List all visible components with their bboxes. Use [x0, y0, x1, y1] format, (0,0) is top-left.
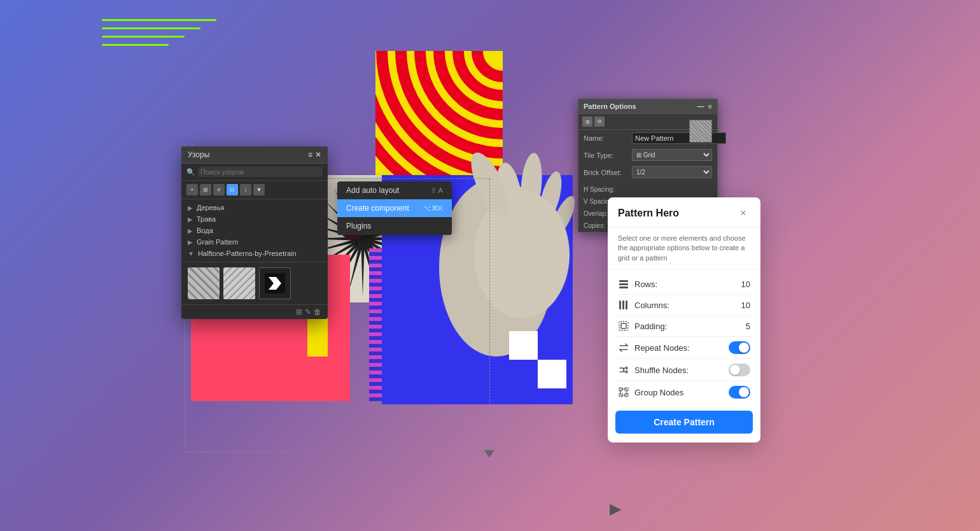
- figma-panel-menu-icon[interactable]: ≡: [308, 150, 312, 159]
- ai-panel-minimize-icon[interactable]: —: [697, 103, 704, 110]
- folder-icon-grass: ▶: [188, 216, 193, 223]
- ai-icon-1[interactable]: ⊞: [582, 117, 592, 127]
- figma-thumb-1[interactable]: [188, 267, 220, 299]
- ai-panel-title-text: Pattern Options: [584, 103, 636, 110]
- figma-tree: ▶ Деревья ▶ Трава ▶ Вода ▶ Grain Pattern…: [181, 199, 328, 262]
- figma-tree-item-water[interactable]: ▶ Вода: [181, 225, 328, 236]
- ph-shuffle-row: Shuffle Nodes:: [608, 359, 760, 381]
- figma-panel-close-icon[interactable]: ✕: [315, 150, 321, 159]
- svg-rect-51: [621, 323, 626, 329]
- ph-group-left: Group Nodes: [618, 386, 683, 398]
- ai-brick-offset-row: Brick Offset: 1/2: [578, 164, 717, 181]
- figma-filter-btn[interactable]: ▼: [253, 184, 265, 195]
- figma-action-delete-icon[interactable]: 🗑: [314, 308, 321, 316]
- ph-rows-value[interactable]: 10: [741, 280, 750, 289]
- shuffle-toggle-knob: [730, 365, 740, 375]
- folder-icon-trees: ▶: [188, 204, 193, 211]
- figma-tree-label-trees: Деревья: [197, 204, 224, 211]
- figma-panel-controls: ≡ ✕: [308, 150, 321, 159]
- svg-rect-45: [619, 280, 628, 282]
- folder-icon-grain: ▶: [188, 239, 193, 246]
- ph-shuffle-label: Shuffle Nodes:: [634, 365, 689, 375]
- figma-tree-item-halftone[interactable]: ▼ Halftone-Patterns-by-Presetrain: [181, 248, 328, 259]
- figma-sort-btn[interactable]: ↕: [240, 184, 251, 195]
- ph-close-button[interactable]: ×: [736, 206, 750, 220]
- ph-padding-row: Padding: 5: [608, 316, 760, 336]
- ai-tile-type-row: Tile Type: ⊞ Grid: [578, 146, 717, 164]
- context-menu-item-create-component[interactable]: Create component ⌥⌘K: [337, 199, 452, 217]
- ph-columns-label: Columns:: [634, 301, 669, 310]
- ph-title: Pattern Hero: [618, 208, 679, 219]
- columns-icon: [618, 299, 629, 311]
- ai-pattern-preview: [689, 120, 712, 143]
- svg-rect-46: [619, 283, 628, 285]
- ph-create-pattern-button[interactable]: Create Pattern: [615, 411, 753, 434]
- context-menu: Add auto layout ⇧ A Create component ⌥⌘K…: [337, 181, 452, 235]
- repeat-toggle-knob: [739, 343, 749, 353]
- figma-tree-item-grass[interactable]: ▶ Трава: [181, 213, 328, 225]
- ph-padding-left: Padding:: [618, 320, 667, 332]
- ph-rows-row: Rows: 10: [608, 274, 760, 294]
- svg-rect-48: [619, 301, 621, 309]
- ai-tile-select[interactable]: ⊞ Grid: [632, 149, 712, 161]
- ph-padding-value[interactable]: 5: [746, 322, 750, 331]
- folder-icon-water: ▶: [188, 227, 193, 234]
- figma-action-edit-icon[interactable]: ✎: [305, 308, 311, 316]
- ai-h-spacing-row: H Spacing:: [578, 183, 717, 195]
- context-menu-item-auto-layout[interactable]: Add auto layout ⇧ A: [337, 181, 452, 199]
- shuffle-icon: [618, 364, 629, 376]
- ph-settings: Rows: 10 Columns: 10: [608, 270, 760, 407]
- repeat-nodes-toggle[interactable]: [729, 341, 750, 354]
- figma-search-input[interactable]: [198, 167, 323, 177]
- ai-panel-controls: — ≡: [697, 103, 712, 110]
- ph-rows-label: Rows:: [634, 280, 657, 289]
- context-menu-item-plugins[interactable]: Plugins: [337, 217, 452, 235]
- svg-rect-49: [622, 301, 624, 309]
- ph-columns-value[interactable]: 10: [741, 301, 750, 310]
- decorative-lines: [102, 19, 216, 46]
- figma-action-grid-icon[interactable]: ⊞: [296, 308, 302, 316]
- ph-rows-left: Rows:: [618, 278, 657, 290]
- figma-thumb-2[interactable]: [223, 267, 255, 299]
- figma-patterns-panel: Узоры ≡ ✕ 🔍 + ⊞ ≡ ⊟ ↕ ▼ ▶ Деревья ▶ Трав…: [181, 146, 328, 319]
- ai-name-label: Name:: [584, 134, 628, 142]
- padding-icon: [618, 320, 629, 332]
- ai-h-spacing-label: H Spacing:: [584, 186, 628, 193]
- figma-thumb-3[interactable]: [259, 267, 291, 299]
- repeat-icon: [618, 342, 629, 353]
- ph-repeat-row: Repeat Nodes:: [608, 337, 760, 358]
- ai-panel-titlebar: Pattern Options — ≡: [578, 99, 717, 114]
- ai-brick-select[interactable]: 1/2: [632, 166, 712, 178]
- figma-tree-label-halftone: Halftone-Patterns-by-Presetrain: [198, 250, 297, 257]
- white-square-1: [509, 331, 538, 360]
- figma-tree-item-trees[interactable]: ▶ Деревья: [181, 202, 328, 213]
- shuffle-nodes-toggle[interactable]: [729, 364, 750, 376]
- figma-thumb-btn[interactable]: ⊟: [227, 184, 238, 195]
- rows-icon: [618, 278, 629, 290]
- ph-columns-left: Columns:: [618, 299, 669, 311]
- pattern-hero-panel: Pattern Hero × Select one or more elemen…: [608, 197, 760, 442]
- ph-padding-label: Padding:: [634, 322, 667, 331]
- green-line-1: [102, 19, 216, 21]
- figma-grid-btn[interactable]: ⊞: [200, 184, 211, 195]
- figma-tree-label-grass: Трава: [197, 215, 216, 223]
- ph-repeat-label: Repeat Nodes:: [634, 343, 690, 353]
- group-nodes-toggle[interactable]: [729, 386, 750, 399]
- context-menu-label-auto-layout: Add auto layout: [346, 186, 399, 195]
- figma-add-btn[interactable]: +: [186, 184, 198, 195]
- ph-description: Select one or more elements and choose t…: [608, 227, 760, 270]
- ph-shuffle-left: Shuffle Nodes:: [618, 364, 689, 376]
- svg-rect-52: [619, 322, 628, 330]
- figma-list-btn[interactable]: ≡: [213, 184, 225, 195]
- ai-panel-expand-icon[interactable]: ≡: [708, 103, 712, 110]
- figma-thumbnails: [181, 262, 328, 304]
- svg-rect-47: [619, 287, 628, 288]
- figma-tree-item-grain[interactable]: ▶ Grain Pattern: [181, 236, 328, 248]
- figma-panel-titlebar: Узоры ≡ ✕: [181, 146, 328, 164]
- svg-rect-57: [620, 389, 627, 395]
- svg-rect-50: [626, 301, 627, 309]
- group-toggle-knob: [739, 387, 749, 397]
- context-menu-shortcut-create-component: ⌥⌘K: [423, 204, 443, 213]
- ai-icon-2[interactable]: ⧉: [594, 117, 605, 127]
- figma-tree-label-water: Вода: [197, 227, 213, 234]
